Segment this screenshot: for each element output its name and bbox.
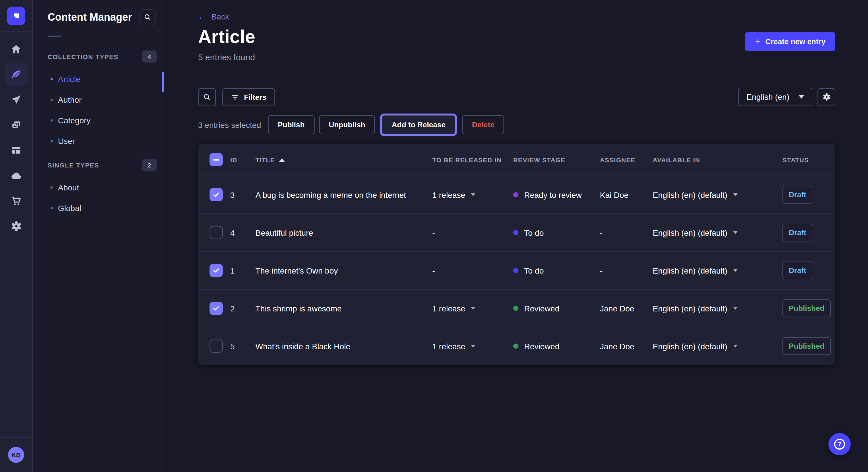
row-review-stage: Reviewed xyxy=(513,341,600,351)
table-header-row: ID TITLE TO BE RELEASED IN REVIEW STAGE … xyxy=(198,144,835,175)
publish-button[interactable]: Publish xyxy=(268,115,314,134)
search-icon xyxy=(144,13,152,21)
row-checkbox[interactable] xyxy=(210,264,223,277)
subnav-scrollbar-thumb[interactable] xyxy=(162,72,164,92)
row-review-stage: Reviewed xyxy=(513,304,600,313)
releases-send-icon[interactable] xyxy=(5,88,28,111)
stage-label: To do xyxy=(524,228,544,237)
row-release: - xyxy=(432,228,513,237)
row-available-in: English (en) (default) xyxy=(653,341,782,351)
table-row[interactable]: 2 This shrimp is awesome 1 release Revie… xyxy=(198,289,835,327)
sidebar-item-article[interactable]: Article xyxy=(33,69,165,90)
sidebar-item-label: Global xyxy=(58,204,81,213)
app-root: KD Content Manager COLLECTION TYPES 4 Ar… xyxy=(0,0,868,472)
bullet-icon xyxy=(51,207,53,209)
table-search-button[interactable] xyxy=(198,88,216,106)
single-types-label: SINGLE TYPES xyxy=(48,162,99,168)
row-assignee: Jane Doe xyxy=(600,341,653,351)
create-new-entry-button[interactable]: + Create new entry xyxy=(745,32,835,51)
bullet-icon xyxy=(51,187,53,189)
col-header-review-stage[interactable]: REVIEW STAGE xyxy=(513,156,600,163)
locale-select[interactable]: English (en) xyxy=(739,88,812,106)
col-header-to-be-released-in[interactable]: TO BE RELEASED IN xyxy=(432,156,513,163)
row-checkbox[interactable] xyxy=(210,226,223,239)
cloud-icon[interactable] xyxy=(5,164,28,187)
row-assignee: - xyxy=(600,228,653,237)
chevron-down-icon[interactable] xyxy=(733,193,738,196)
filters-button[interactable]: Filters xyxy=(222,88,275,106)
chevron-down-icon[interactable] xyxy=(733,307,738,310)
add-to-release-button[interactable]: Add to Release xyxy=(382,115,455,134)
sidebar-item-label: Category xyxy=(58,116,91,125)
select-all-checkbox[interactable] xyxy=(210,153,223,166)
col-header-assignee[interactable]: ASSIGNEE xyxy=(600,156,653,163)
row-id: 5 xyxy=(230,341,255,351)
filters-label: Filters xyxy=(244,93,267,101)
unpublish-button[interactable]: Unpublish xyxy=(319,115,375,134)
table-row[interactable]: 3 A bug is becoming a meme on the intern… xyxy=(198,175,835,213)
settings-gear-icon[interactable] xyxy=(5,214,28,237)
entries-table: ID TITLE TO BE RELEASED IN REVIEW STAGE … xyxy=(198,144,835,365)
back-link[interactable]: ← Back xyxy=(198,12,229,21)
marketplace-cart-icon[interactable] xyxy=(5,189,28,212)
row-assignee: Jane Doe xyxy=(600,304,653,313)
col-header-title[interactable]: TITLE xyxy=(255,156,432,163)
chevron-down-icon[interactable] xyxy=(470,307,475,310)
sort-ascending-icon[interactable] xyxy=(279,158,284,162)
home-icon[interactable] xyxy=(5,38,28,61)
stage-dot-icon xyxy=(513,230,518,235)
row-assignee: - xyxy=(600,266,653,275)
row-review-stage: Ready to review xyxy=(513,190,600,199)
chevron-down-icon[interactable] xyxy=(470,193,475,196)
sidebar-item-about[interactable]: About xyxy=(33,177,165,198)
help-button[interactable]: ? xyxy=(828,433,851,456)
check-icon xyxy=(212,305,220,312)
sidebar-item-user[interactable]: User xyxy=(33,131,165,151)
row-checkbox[interactable] xyxy=(210,188,223,201)
bullet-icon xyxy=(51,119,53,122)
filter-icon xyxy=(231,93,239,101)
chevron-down-icon[interactable] xyxy=(470,345,475,347)
question-mark-icon: ? xyxy=(834,439,845,450)
sidebar-item-category[interactable]: Category xyxy=(33,110,165,131)
chevron-down-icon[interactable] xyxy=(733,269,738,272)
single-types-list: About Global xyxy=(33,177,165,218)
stage-label: Ready to review xyxy=(524,190,582,199)
media-library-icon[interactable] xyxy=(5,113,28,136)
content-type-builder-icon[interactable] xyxy=(5,139,28,162)
bullet-icon xyxy=(51,140,53,142)
create-new-entry-label: Create new entry xyxy=(765,37,826,46)
sidebar-item-label: User xyxy=(58,136,75,146)
table-row[interactable]: 4 Beautiful picture - To do - English (e… xyxy=(198,213,835,251)
search-icon xyxy=(203,93,211,101)
main-nav-footer: KD xyxy=(0,437,32,472)
row-title: Beautiful picture xyxy=(255,228,432,237)
collection-types-count: 4 xyxy=(142,50,157,63)
col-header-available-in[interactable]: AVAILABLE IN xyxy=(653,156,782,163)
locale-label: English (en) (default) xyxy=(653,266,727,275)
table-row[interactable]: 5 What's inside a Black Hole 1 release R… xyxy=(198,327,835,365)
chevron-down-icon[interactable] xyxy=(733,231,738,234)
bullet-icon xyxy=(51,78,53,80)
view-settings-button[interactable] xyxy=(817,88,835,106)
sidebar-item-global[interactable]: Global xyxy=(33,198,165,218)
stage-dot-icon xyxy=(513,306,518,311)
sidebar-item-author[interactable]: Author xyxy=(33,90,165,110)
row-checkbox[interactable] xyxy=(210,339,223,353)
content-manager-feather-icon[interactable] xyxy=(5,63,28,86)
table-row[interactable]: 1 The internet's Own boy - To do - Engli… xyxy=(198,251,835,289)
row-checkbox[interactable] xyxy=(210,302,223,315)
strapi-logo[interactable] xyxy=(7,7,25,25)
table-body: 3 A bug is becoming a meme on the intern… xyxy=(198,175,835,365)
delete-button[interactable]: Delete xyxy=(462,115,504,134)
status-badge: Published xyxy=(782,337,831,355)
back-label: Back xyxy=(211,12,229,21)
stage-dot-icon xyxy=(513,268,518,273)
row-id: 3 xyxy=(230,190,255,199)
col-header-status[interactable]: STATUS xyxy=(782,156,835,163)
chevron-down-icon[interactable] xyxy=(733,345,738,347)
avatar[interactable]: KD xyxy=(8,447,24,463)
row-release: 1 release xyxy=(432,190,513,199)
subnav-search-button[interactable] xyxy=(140,9,156,25)
col-header-id[interactable]: ID xyxy=(230,156,255,163)
